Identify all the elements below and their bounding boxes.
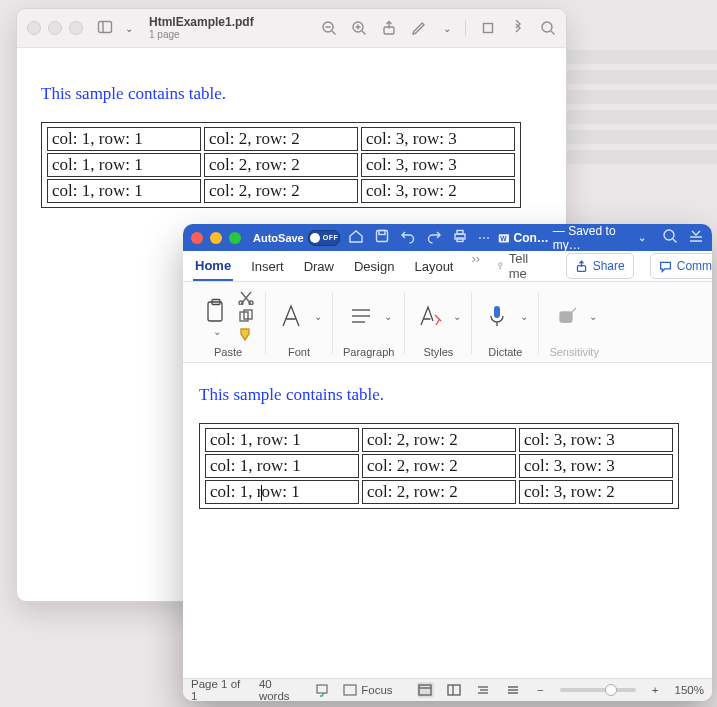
markup-menu-caret[interactable]: ⌄ <box>443 23 451 34</box>
table-cell[interactable]: col: 3, row: 2 <box>519 480 673 504</box>
toolbar-divider <box>465 20 466 36</box>
dictate-menu-caret[interactable]: ⌄ <box>520 311 528 322</box>
focus-mode-button[interactable]: Focus <box>343 684 392 696</box>
paste-icon[interactable] <box>201 296 231 326</box>
paragraph-label: Paragraph <box>343 346 394 358</box>
sample-table[interactable]: col: 1, row: 1col: 2, row: 2col: 3, row:… <box>199 423 679 509</box>
tab-insert[interactable]: Insert <box>249 251 286 281</box>
zoom-out-icon[interactable] <box>321 20 337 36</box>
table-row[interactable]: col: 1, row: 1col: 2, row: 2col: 3, row:… <box>205 480 673 504</box>
font-icon[interactable] <box>276 301 306 331</box>
svg-line-3 <box>332 31 336 35</box>
dictate-icon[interactable] <box>482 301 512 331</box>
print-icon[interactable] <box>452 228 468 247</box>
doc-status-text: — Saved to my… <box>553 224 632 252</box>
paragraph-menu-caret[interactable]: ⌄ <box>384 311 392 322</box>
toggle-switch[interactable]: OFF <box>308 230 340 246</box>
overflow-icon[interactable] <box>510 20 526 36</box>
table-cell[interactable]: col: 3, row: 3 <box>519 454 673 478</box>
document-name[interactable]: W Con… — Saved to my… ⌄ <box>498 224 646 252</box>
tab-design[interactable]: Design <box>352 251 396 281</box>
tab-layout[interactable]: Layout <box>412 251 455 281</box>
share-icon[interactable] <box>381 20 397 36</box>
styles-menu-caret[interactable]: ⌄ <box>453 311 461 322</box>
window-controls[interactable] <box>191 232 241 244</box>
close-traffic-light[interactable] <box>191 232 203 244</box>
autosave-toggle[interactable]: AutoSave OFF <box>253 230 340 246</box>
styles-group[interactable]: ⌄ Styles <box>405 286 471 362</box>
tab-draw[interactable]: Draw <box>302 251 336 281</box>
svg-rect-10 <box>484 24 493 33</box>
clipboard-group: ⌄ Paste <box>191 286 265 362</box>
table-cell[interactable]: col: 1, row: 1 <box>205 428 359 452</box>
zoom-in-icon[interactable] <box>351 20 367 36</box>
table-cell[interactable]: col: 3, row: 3 <box>519 428 673 452</box>
focus-label: Focus <box>361 684 392 696</box>
zoom-knob[interactable] <box>605 684 617 696</box>
sidebar-menu-caret[interactable]: ⌄ <box>125 23 133 34</box>
quick-access-toolbar: ⋯ <box>348 228 490 247</box>
maximize-traffic-light[interactable] <box>229 232 241 244</box>
sample-heading[interactable]: This sample contains table. <box>199 385 696 405</box>
minimize-traffic-light[interactable] <box>210 232 222 244</box>
font-group[interactable]: ⌄ Font <box>266 286 332 362</box>
paragraph-group[interactable]: ⌄ Paragraph <box>333 286 404 362</box>
zoom-in-button[interactable]: + <box>648 684 663 696</box>
zoom-level[interactable]: 150% <box>675 684 704 696</box>
view-print-icon[interactable] <box>417 682 434 698</box>
svg-line-6 <box>362 31 366 35</box>
format-painter-icon[interactable] <box>237 327 255 341</box>
home-icon[interactable] <box>348 228 364 247</box>
styles-icon[interactable] <box>415 301 445 331</box>
ribbon-more-icon[interactable]: ›› <box>472 251 481 281</box>
tell-me-button[interactable]: Tell me <box>496 251 534 281</box>
sidebar-icon[interactable] <box>97 19 113 38</box>
undo-icon[interactable] <box>400 228 416 247</box>
share-button[interactable]: Share <box>566 253 634 279</box>
table-cell[interactable]: col: 2, row: 2 <box>362 480 516 504</box>
preview-toolbar: ⌄ HtmlExample1.pdf 1 page ⌄ <box>17 9 566 48</box>
font-label: Font <box>288 346 310 358</box>
table-cell[interactable]: col: 1, row: 1 <box>205 454 359 478</box>
markup-icon[interactable] <box>411 20 427 36</box>
paragraph-icon[interactable] <box>346 301 376 331</box>
tell-me-label: Tell me <box>509 251 534 281</box>
copy-icon[interactable] <box>237 309 255 323</box>
ribbon-options-icon[interactable] <box>688 228 704 247</box>
table-row[interactable]: col: 1, row: 1col: 2, row: 2col: 3, row:… <box>205 428 673 452</box>
view-web-icon[interactable] <box>446 682 463 698</box>
search-icon[interactable] <box>662 228 678 247</box>
font-menu-caret[interactable]: ⌄ <box>314 311 322 322</box>
docname-caret[interactable]: ⌄ <box>638 232 646 243</box>
zoom-out-button[interactable]: − <box>533 684 548 696</box>
close-traffic-light[interactable] <box>27 21 41 35</box>
qat-ellipsis[interactable]: ⋯ <box>478 231 490 245</box>
page-indicator[interactable]: Page 1 of 1 <box>191 678 247 701</box>
view-draft-icon[interactable] <box>504 682 521 698</box>
table-cell[interactable]: col: 2, row: 2 <box>362 428 516 452</box>
window-controls[interactable] <box>27 21 83 35</box>
dictate-group[interactable]: ⌄ Dictate <box>472 286 538 362</box>
document-title-box: HtmlExample1.pdf 1 page <box>149 16 254 40</box>
table-cell[interactable]: col: 1, row: 1 <box>205 480 359 504</box>
table-row[interactable]: col: 1, row: 1col: 2, row: 2col: 3, row:… <box>205 454 673 478</box>
word-count[interactable]: 40 words <box>259 678 303 701</box>
maximize-traffic-light[interactable] <box>69 21 83 35</box>
cut-icon[interactable] <box>237 291 255 305</box>
sensitivity-menu-caret: ⌄ <box>589 311 597 322</box>
comments-button[interactable]: Comments <box>650 253 712 279</box>
zoom-slider[interactable] <box>560 688 636 692</box>
minimize-traffic-light[interactable] <box>48 21 62 35</box>
spellcheck-indicator[interactable] <box>315 683 331 697</box>
titlebar-right <box>662 228 704 247</box>
view-outline-icon[interactable] <box>475 682 492 698</box>
crop-icon[interactable] <box>480 20 496 36</box>
tab-home[interactable]: Home <box>193 251 233 281</box>
save-icon[interactable] <box>374 228 390 247</box>
search-icon[interactable] <box>540 20 556 36</box>
word-body[interactable]: This sample contains table. col: 1, row:… <box>183 363 712 531</box>
table-cell: col: 1, row: 1 <box>47 127 201 151</box>
table-cell[interactable]: col: 2, row: 2 <box>362 454 516 478</box>
redo-icon[interactable] <box>426 228 442 247</box>
paste-menu-caret[interactable]: ⌄ <box>213 326 221 337</box>
